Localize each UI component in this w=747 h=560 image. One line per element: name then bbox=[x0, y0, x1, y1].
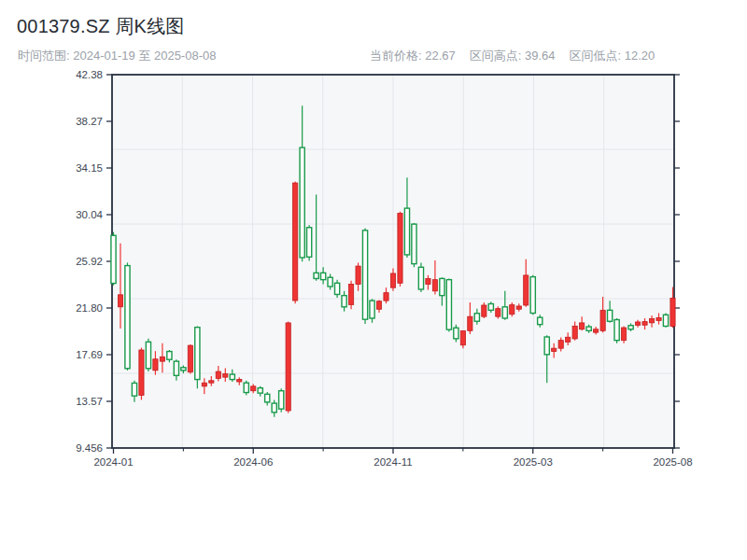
x-tick-label: 2024-01 bbox=[93, 456, 133, 468]
candle-down bbox=[111, 232, 116, 286]
candle-up bbox=[621, 326, 626, 343]
x-tick-label: 2024-06 bbox=[233, 456, 273, 468]
kline-chart: 42.3838.2734.1530.0425.9221.8017.6913.57… bbox=[0, 0, 747, 560]
candle-down bbox=[279, 388, 284, 413]
candle-down bbox=[530, 275, 535, 315]
candle-up bbox=[510, 302, 514, 316]
candle-up bbox=[348, 281, 353, 309]
candle-up bbox=[139, 348, 144, 400]
y-tick-label: 34.15 bbox=[76, 162, 103, 174]
time-range-label: 时间范围: 2024-01-19 至 2025-08-08 bbox=[18, 48, 216, 64]
kline-page: { "header": { "title": "001379.SZ 周K线图",… bbox=[0, 0, 747, 560]
x-tick-label: 2025-08 bbox=[653, 456, 692, 468]
candle-down bbox=[125, 262, 130, 370]
stat-range-high: 区间高点: 39.64 bbox=[470, 48, 556, 64]
stat-current-price: 当前价格: 22.67 bbox=[370, 48, 456, 64]
candle-down bbox=[446, 278, 451, 331]
y-tick-label: 38.27 bbox=[76, 116, 103, 127]
candle-down bbox=[244, 381, 248, 396]
candle-up bbox=[188, 344, 192, 374]
page-title: 001379.SZ 周K线图 bbox=[17, 14, 185, 39]
candle-down bbox=[307, 225, 312, 260]
candle-down bbox=[362, 228, 367, 324]
y-tick-label: 17.69 bbox=[76, 349, 103, 360]
y-tick-label: 9.456 bbox=[76, 442, 103, 454]
x-tick-label: 2025-03 bbox=[514, 456, 553, 468]
y-tick-label: 30.04 bbox=[76, 209, 103, 220]
candle-down bbox=[614, 318, 619, 343]
y-tick-label: 42.38 bbox=[76, 69, 103, 80]
price-stats: 当前价格: 22.67 区间高点: 39.64 区间低点: 12.20 bbox=[370, 48, 655, 64]
x-axis-labels: 2024-012024-062024-112025-032025-08 bbox=[93, 448, 692, 468]
candle-up bbox=[293, 182, 298, 304]
candle-up bbox=[286, 322, 290, 413]
y-tick-label: 13.57 bbox=[76, 396, 103, 407]
candle-up bbox=[398, 212, 402, 287]
candle-down bbox=[663, 313, 668, 327]
candle-down bbox=[146, 339, 150, 371]
candle-down bbox=[418, 262, 423, 292]
candle-down bbox=[412, 223, 416, 267]
candle-down bbox=[195, 326, 200, 388]
x-tick-label: 2024-11 bbox=[374, 456, 412, 468]
y-tick-label: 25.92 bbox=[76, 256, 103, 267]
y-tick-label: 21.80 bbox=[76, 302, 103, 314]
stat-range-low: 区间低点: 12.20 bbox=[570, 48, 655, 64]
